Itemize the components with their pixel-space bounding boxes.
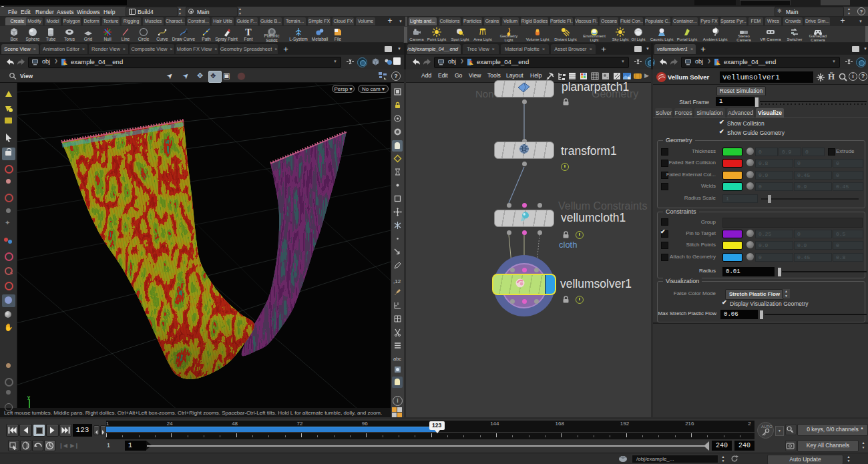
svg-text:y: y [27, 394, 30, 400]
svg-text:T: T [245, 27, 252, 37]
